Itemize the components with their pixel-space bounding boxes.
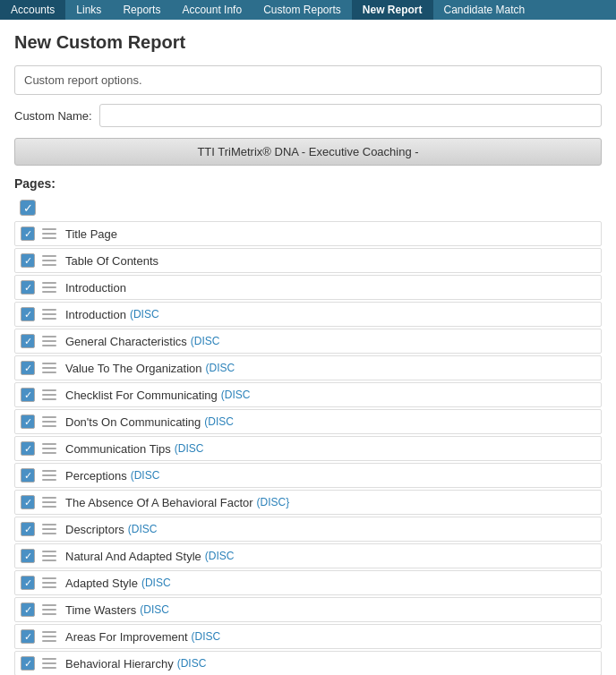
drag-handle-icon[interactable] (40, 226, 58, 241)
page-row: ✓The Absence Of A Behavioral Factor (DIS… (14, 490, 602, 515)
drag-handle-icon[interactable] (40, 388, 58, 402)
disc-tag: (DISC (221, 389, 251, 401)
disc-tag: (DISC} (257, 496, 290, 508)
page-row: ✓Don'ts On Communicating (DISC (14, 409, 602, 434)
page-name: Introduction (65, 308, 126, 321)
disc-tag: (DISC (131, 469, 160, 482)
page-checkbox[interactable]: ✓ (21, 576, 35, 590)
page-row: ✓Checklist For Communicating (DISC (14, 382, 602, 407)
select-all-row: ✓ (14, 196, 602, 219)
page-row: ✓Value To The Organization (DISC (14, 355, 602, 380)
page-name: Introduction (65, 281, 126, 295)
nav-item-reports[interactable]: Reports (112, 0, 171, 20)
page-checkbox[interactable]: ✓ (21, 629, 35, 644)
page-name: Value To The Organization (65, 362, 202, 375)
page-name: Checklist For Communicating (65, 389, 218, 402)
page-row: ✓Adapted Style (DISC (14, 570, 602, 595)
drag-handle-icon[interactable] (40, 334, 58, 348)
page-checkbox[interactable]: ✓ (21, 307, 35, 321)
page-checkbox[interactable]: ✓ (21, 468, 35, 483)
page-row: ✓Time Wasters (DISC (14, 597, 602, 622)
drag-handle-icon[interactable] (40, 629, 58, 644)
pages-label: Pages: (14, 176, 602, 191)
nav-bar: AccountsLinksReportsAccount InfoCustom R… (0, 0, 616, 20)
drag-handle-icon[interactable] (40, 522, 58, 536)
page-checkbox[interactable]: ✓ (21, 226, 35, 241)
drag-handle-icon[interactable] (40, 602, 58, 617)
disc-tag: (DISC (206, 362, 235, 374)
page-row: ✓Perceptions (DISC (14, 463, 602, 488)
page-list: ✓Title Page✓Table Of Contents✓Introducti… (14, 221, 602, 675)
page-checkbox[interactable]: ✓ (21, 253, 35, 268)
nav-item-links[interactable]: Links (65, 0, 112, 20)
options-box: Custom report options. (14, 65, 602, 95)
page-checkbox[interactable]: ✓ (21, 414, 35, 429)
drag-handle-icon[interactable] (40, 468, 58, 483)
page-checkbox[interactable]: ✓ (21, 549, 35, 563)
nav-item-accounts[interactable]: Accounts (0, 0, 65, 20)
select-all-checkbox[interactable]: ✓ (20, 200, 36, 216)
page-name: Don'ts On Communicating (65, 415, 201, 429)
page-name: Areas For Improvement (65, 630, 188, 644)
page-checkbox[interactable]: ✓ (21, 495, 35, 509)
disc-tag: (DISC (141, 577, 171, 589)
drag-handle-icon[interactable] (40, 307, 58, 321)
page-row: ✓Descriptors (DISC (14, 517, 602, 542)
page-row: ✓Table Of Contents (14, 248, 602, 273)
report-type-button[interactable]: TTI TriMetrix® DNA - Executive Coaching … (14, 138, 602, 166)
nav-item-custom-reports[interactable]: Custom Reports (252, 0, 352, 20)
page-name: Communication Tips (65, 442, 171, 456)
page-title: New Custom Report (14, 32, 602, 53)
page-name: Natural And Adapted Style (65, 550, 201, 563)
disc-tag: (DISC (130, 308, 159, 320)
drag-handle-icon[interactable] (40, 361, 58, 375)
page-name: General Characteristics (65, 335, 187, 348)
page-row: ✓Title Page (14, 221, 602, 246)
page-checkbox[interactable]: ✓ (21, 441, 35, 456)
drag-handle-icon[interactable] (40, 576, 58, 590)
disc-tag: (DISC (205, 550, 235, 562)
page-name: The Absence Of A Behavioral Factor (65, 496, 253, 509)
disc-tag: (DISC (128, 523, 158, 535)
page-name: Title Page (65, 227, 117, 241)
custom-name-input[interactable] (99, 104, 602, 127)
page-checkbox[interactable]: ✓ (21, 361, 35, 375)
page-name: Table Of Contents (65, 254, 158, 268)
page-checkbox[interactable]: ✓ (21, 334, 35, 348)
page-checkbox[interactable]: ✓ (21, 388, 35, 402)
page-name: Time Wasters (65, 603, 136, 617)
disc-tag: (DISC (191, 335, 220, 347)
page-checkbox[interactable]: ✓ (21, 280, 35, 295)
page-checkbox[interactable]: ✓ (21, 522, 35, 536)
page-row: ✓Areas For Improvement (DISC (14, 624, 602, 649)
page-name: Adapted Style (65, 577, 138, 590)
page-row: ✓Natural And Adapted Style (DISC (14, 543, 602, 568)
drag-handle-icon[interactable] (40, 253, 58, 268)
page-row: ✓Behavioral Hierarchy (DISC (14, 651, 602, 675)
page-row: ✓Introduction (DISC (14, 302, 602, 327)
disc-tag: (DISC (175, 442, 204, 455)
disc-tag: (DISC (177, 657, 207, 670)
disc-tag: (DISC (204, 415, 234, 428)
drag-handle-icon[interactable] (40, 441, 58, 456)
page-name: Perceptions (65, 469, 127, 483)
page-row: ✓Introduction (14, 275, 602, 300)
drag-handle-icon[interactable] (40, 656, 58, 671)
nav-item-account-info[interactable]: Account Info (171, 0, 252, 20)
page-name: Behavioral Hierarchy (65, 657, 174, 671)
page-checkbox[interactable]: ✓ (21, 656, 35, 671)
page-checkbox[interactable]: ✓ (21, 602, 35, 617)
nav-item-candidate-match[interactable]: Candidate Match (433, 0, 536, 20)
page-name: Descriptors (65, 523, 124, 536)
page-row: ✓Communication Tips (DISC (14, 436, 602, 461)
custom-name-label: Custom Name: (14, 109, 92, 123)
drag-handle-icon[interactable] (40, 549, 58, 563)
nav-item-new-report[interactable]: New Report (352, 0, 433, 20)
drag-handle-icon[interactable] (40, 414, 58, 429)
drag-handle-icon[interactable] (40, 495, 58, 509)
main-content: New Custom Report Custom report options.… (0, 20, 616, 675)
drag-handle-icon[interactable] (40, 280, 58, 295)
disc-tag: (DISC (192, 630, 221, 643)
disc-tag: (DISC (140, 603, 169, 616)
custom-name-row: Custom Name: (14, 104, 602, 127)
